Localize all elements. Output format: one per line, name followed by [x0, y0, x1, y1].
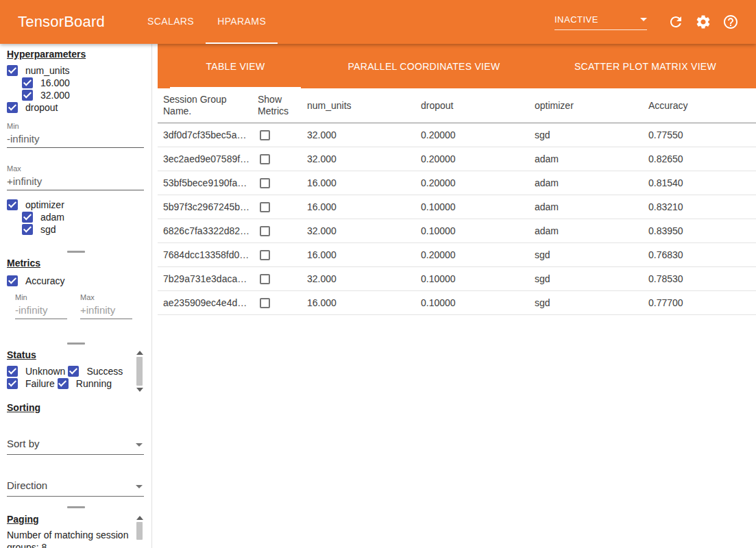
- checked-checkbox-icon[interactable]: [7, 65, 18, 76]
- header-actions: INACTIVE: [554, 14, 739, 30]
- checked-checkbox-icon[interactable]: [22, 212, 33, 223]
- dropout-min-input[interactable]: [7, 132, 144, 148]
- tab-table-view[interactable]: TABLE VIEW: [158, 44, 313, 88]
- status-option-failure[interactable]: Failure: [7, 377, 55, 390]
- accuracy-min-input[interactable]: [15, 303, 67, 319]
- sidebar-section-sorting: Sorting Sort by Direction: [0, 400, 151, 504]
- table-row: 3ec2aed9e07589f… 32.000 0.20000 adam 0.8…: [158, 147, 756, 171]
- scroll-up-icon[interactable]: [136, 516, 143, 520]
- checked-checkbox-icon[interactable]: [7, 378, 18, 389]
- hparam-num-units-option-16[interactable]: 16.000: [22, 77, 151, 89]
- app-header: TensorBoard SCALARS HPARAMS INACTIVE: [0, 0, 756, 44]
- max-label: Max: [80, 293, 145, 301]
- hparam-num-units-option-32[interactable]: 32.000: [22, 89, 151, 101]
- chevron-down-icon: [136, 443, 143, 447]
- sidebar-section-status: Status Unknown Success Failure: [0, 347, 151, 400]
- accuracy-cell: 0.83950: [643, 219, 756, 242]
- sidebar: Hyperparameters num_units 16.000 32.000: [0, 44, 158, 548]
- checked-checkbox-icon[interactable]: [7, 275, 18, 286]
- tensorboard-app: TensorBoard SCALARS HPARAMS INACTIVE: [0, 0, 756, 548]
- checked-checkbox-icon[interactable]: [22, 224, 33, 235]
- status-option-unknown[interactable]: Unknown: [7, 365, 65, 377]
- col-show-metrics[interactable]: Show Metrics: [252, 88, 302, 123]
- col-dropout[interactable]: dropout: [415, 88, 529, 123]
- option-label: adam: [40, 212, 64, 223]
- num-units-cell: 16.000: [302, 291, 415, 314]
- settings-gear-icon[interactable]: [695, 14, 711, 30]
- hparam-optimizer[interactable]: optimizer: [7, 199, 151, 211]
- hparam-optimizer-option-sgd[interactable]: sgd: [22, 223, 151, 236]
- show-metrics-checkbox[interactable]: [260, 202, 270, 212]
- show-metrics-checkbox[interactable]: [260, 250, 270, 260]
- table-row: ae235909ec4e4d… 16.000 0.10000 sgd 0.777…: [158, 291, 756, 315]
- tab-parallel-coordinates-view[interactable]: PARALLEL COORDINATES VIEW: [313, 44, 535, 88]
- session-group-name-cell: ae235909ec4e4d…: [158, 291, 252, 314]
- scrollbar-thumb[interactable]: [136, 522, 143, 540]
- checked-checkbox-icon[interactable]: [7, 366, 18, 377]
- status-options: Unknown Success Failure Running: [7, 365, 138, 390]
- col-optimizer[interactable]: optimizer: [529, 88, 643, 123]
- reload-mode-select[interactable]: INACTIVE: [554, 14, 647, 30]
- sort-by-label: Sort by: [7, 438, 40, 449]
- sorting-heading: Sorting: [7, 402, 151, 413]
- sort-by-select[interactable]: Sort by: [7, 438, 144, 455]
- section-resize-handle[interactable]: [0, 249, 151, 255]
- hyperparameters-heading: Hyperparameters: [7, 49, 151, 60]
- help-icon[interactable]: [722, 14, 739, 30]
- hparam-label: num_units: [25, 65, 70, 76]
- hparam-optimizer-option-adam[interactable]: adam: [22, 211, 151, 223]
- status-scrollbar[interactable]: [136, 351, 143, 392]
- direction-select[interactable]: Direction: [7, 480, 144, 497]
- scroll-up-icon[interactable]: [136, 351, 143, 355]
- status-label: Failure: [25, 378, 55, 389]
- direction-label: Direction: [7, 480, 47, 491]
- tab-scalars[interactable]: SCALARS: [136, 0, 206, 44]
- status-option-success[interactable]: Success: [68, 365, 123, 377]
- hparam-label: optimizer: [25, 199, 64, 210]
- metrics-heading: Metrics: [7, 258, 151, 269]
- dropout-max-input[interactable]: [7, 175, 144, 190]
- optimizer-cell: adam: [529, 171, 643, 195]
- show-metrics-checkbox[interactable]: [260, 130, 270, 140]
- refresh-icon[interactable]: [668, 14, 684, 30]
- accuracy-max-input[interactable]: [80, 303, 132, 319]
- min-label: Min: [15, 293, 80, 301]
- show-metrics-checkbox[interactable]: [260, 226, 270, 236]
- hparam-dropout[interactable]: dropout: [7, 101, 151, 114]
- tab-hparams[interactable]: HPARAMS: [206, 0, 278, 44]
- section-resize-handle[interactable]: [0, 340, 151, 347]
- col-num-units[interactable]: num_units: [302, 88, 415, 123]
- dropout-cell: 0.10000: [415, 267, 529, 290]
- hparam-label: dropout: [25, 102, 58, 113]
- status-option-running[interactable]: Running: [58, 377, 112, 390]
- show-metrics-checkbox[interactable]: [260, 154, 270, 164]
- section-resize-handle[interactable]: [0, 504, 151, 510]
- table-row: 7684dcc13358fd0… 16.000 0.20000 sgd 0.76…: [158, 243, 756, 267]
- chevron-down-icon: [136, 485, 143, 488]
- show-metrics-checkbox[interactable]: [260, 274, 270, 284]
- checked-checkbox-icon[interactable]: [22, 90, 33, 101]
- scroll-down-icon[interactable]: [136, 388, 143, 392]
- session-group-name-cell: 5b97f3c2967245b…: [158, 195, 252, 219]
- dropout-cell: 0.20000: [415, 147, 529, 171]
- show-metrics-checkbox[interactable]: [260, 298, 270, 308]
- plugin-tabs: SCALARS HPARAMS: [136, 0, 278, 44]
- checked-checkbox-icon[interactable]: [68, 366, 79, 377]
- col-session-group-name[interactable]: Session Group Name.: [158, 88, 252, 123]
- show-metrics-checkbox[interactable]: [260, 178, 270, 188]
- checked-checkbox-icon[interactable]: [7, 102, 18, 113]
- tab-scatter-plot-matrix-view[interactable]: SCATTER PLOT MATRIX VIEW: [535, 44, 756, 88]
- checked-checkbox-icon[interactable]: [58, 378, 69, 389]
- paging-scrollbar[interactable]: [136, 516, 143, 542]
- scrollbar-thumb[interactable]: [136, 357, 143, 386]
- accuracy-cell: 0.77550: [643, 123, 756, 147]
- checked-checkbox-icon[interactable]: [22, 77, 33, 88]
- optimizer-cell: sgd: [529, 123, 643, 147]
- metric-label: Accuracy: [25, 275, 65, 286]
- accuracy-minmax-row: Min Max: [7, 293, 151, 319]
- checked-checkbox-icon[interactable]: [7, 199, 18, 210]
- hparam-num-units[interactable]: num_units: [7, 64, 151, 77]
- num-units-cell: 16.000: [302, 243, 415, 266]
- metric-accuracy[interactable]: Accuracy: [7, 275, 151, 287]
- col-accuracy[interactable]: Accuracy: [643, 88, 756, 123]
